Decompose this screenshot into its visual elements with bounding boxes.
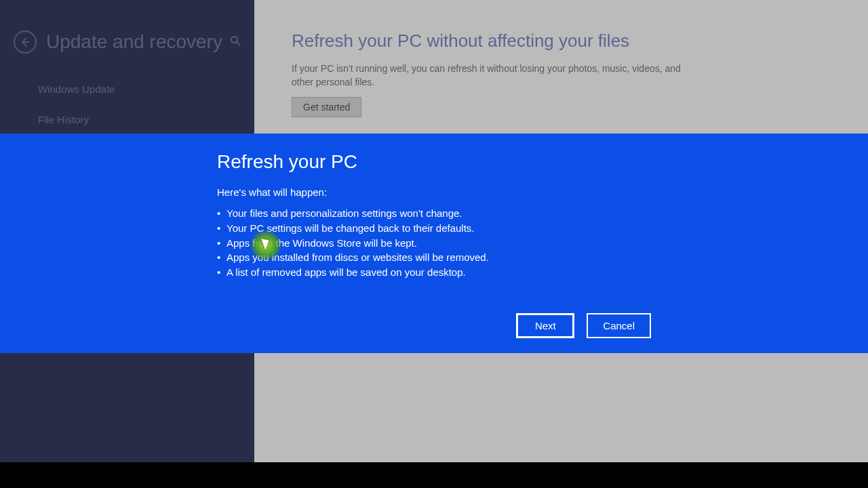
get-started-button[interactable]: Get started (292, 97, 361, 117)
modal-bullet: A list of removed apps will be saved on … (217, 265, 692, 280)
section-description: If your PC isn't running well, you can r… (292, 62, 685, 89)
modal-bullet: Apps from the Windows Store will be kept… (217, 236, 692, 251)
page-title: Update and recovery (46, 31, 223, 53)
modal-bullet: Your files and personalization settings … (217, 206, 692, 221)
back-icon[interactable] (14, 30, 37, 54)
letterbox-bottom (0, 462, 868, 488)
section-title: Refresh your PC without affecting your f… (292, 30, 831, 52)
sidebar-item-file-history[interactable]: File History (0, 104, 254, 135)
cancel-button[interactable]: Cancel (587, 313, 651, 338)
modal-title: Refresh your PC (217, 151, 692, 173)
app-window: Update and recovery Windows Update File … (0, 0, 868, 488)
modal-bullet: Apps you installed from discs or website… (217, 250, 692, 265)
refresh-modal: Refresh your PC Here's what will happen:… (0, 134, 868, 353)
svg-point-1 (231, 37, 237, 43)
modal-subtitle: Here's what will happen: (217, 186, 692, 198)
next-button[interactable]: Next (516, 313, 574, 338)
svg-line-2 (237, 42, 240, 45)
sidebar-header: Update and recovery (0, 30, 254, 74)
sidebar-item-windows-update[interactable]: Windows Update (0, 74, 254, 104)
modal-bullets: Your files and personalization settings … (217, 206, 692, 280)
modal-bullet: Your PC settings will be changed back to… (217, 221, 692, 236)
search-icon[interactable] (230, 35, 241, 49)
